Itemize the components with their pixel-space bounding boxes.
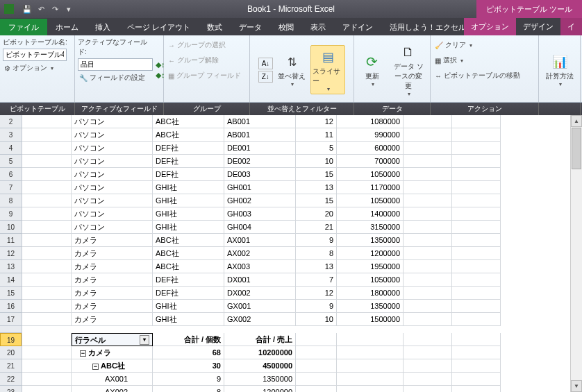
- cell[interactable]: [22, 234, 72, 247]
- select-button[interactable]: ▦選択▾: [433, 55, 522, 66]
- cell[interactable]: パソコン: [72, 181, 153, 194]
- group-selection-button[interactable]: →グループの選択: [167, 40, 242, 51]
- row-header-22[interactable]: 22: [0, 373, 22, 386]
- cell[interactable]: ABC社: [153, 260, 224, 273]
- change-source-button[interactable]: 🗋 データ ソースの変更▾: [390, 41, 427, 99]
- tab-page-layout[interactable]: ページ レイアウト: [119, 19, 199, 35]
- cell[interactable]: 13: [296, 181, 337, 194]
- cell[interactable]: カメラ: [72, 234, 153, 247]
- group-field-button[interactable]: ▦グループ フィールド: [167, 70, 242, 81]
- cell[interactable]: GH002: [224, 194, 296, 207]
- cell-grid[interactable]: パソコンABC社AB001121080000パソコンABC社AB00111990…: [22, 115, 501, 392]
- sort-desc-icon[interactable]: Z↓: [258, 71, 274, 83]
- cell[interactable]: [404, 247, 452, 260]
- cell[interactable]: 7: [296, 273, 337, 287]
- cell[interactable]: 12: [296, 287, 337, 300]
- cell[interactable]: ABC社: [153, 234, 224, 247]
- cell[interactable]: [22, 313, 72, 326]
- cell[interactable]: [404, 115, 452, 128]
- row-header-14[interactable]: 14: [0, 273, 22, 287]
- pivot-sales-header[interactable]: 合計 / 売上: [224, 333, 296, 346]
- cell[interactable]: パソコン: [72, 115, 153, 128]
- cell[interactable]: 15: [296, 194, 337, 207]
- cell[interactable]: 20: [296, 207, 337, 221]
- cell[interactable]: [452, 194, 501, 207]
- cell[interactable]: 5: [296, 142, 337, 155]
- pivot-options-button[interactable]: ⚙オプション▾: [3, 62, 67, 74]
- clear-button[interactable]: 🧹クリア▾: [433, 40, 522, 51]
- cell[interactable]: [404, 155, 452, 168]
- tab-addins[interactable]: アドイン: [334, 19, 381, 35]
- cell[interactable]: 1170000: [337, 181, 404, 194]
- cell[interactable]: DEF社: [153, 168, 224, 181]
- cell[interactable]: DEF社: [153, 155, 224, 168]
- cell[interactable]: パソコン: [72, 128, 153, 142]
- cell[interactable]: DEF社: [153, 287, 224, 300]
- tab-extra[interactable]: イ: [560, 18, 582, 35]
- cell[interactable]: 1200000: [337, 247, 404, 260]
- tab-promo[interactable]: 活用しよう！エクセル: [381, 19, 474, 35]
- cell[interactable]: GHI社: [153, 194, 224, 207]
- cell[interactable]: [22, 260, 72, 273]
- cell[interactable]: DE001: [224, 142, 296, 155]
- row-header-4[interactable]: 4: [0, 142, 22, 155]
- cell[interactable]: [22, 194, 72, 207]
- cell[interactable]: 1800000: [337, 287, 404, 300]
- row-header-3[interactable]: 3: [0, 128, 22, 142]
- cell[interactable]: [452, 300, 501, 313]
- cell[interactable]: 12: [296, 115, 337, 128]
- cell[interactable]: 11: [296, 128, 337, 142]
- cell[interactable]: [452, 142, 501, 155]
- pivot-row-label[interactable]: AX002: [72, 386, 153, 392]
- cell[interactable]: 15: [296, 168, 337, 181]
- cell[interactable]: GH003: [224, 207, 296, 221]
- cell[interactable]: 13: [296, 260, 337, 273]
- cell[interactable]: ABC社: [153, 247, 224, 260]
- cell[interactable]: [404, 273, 452, 287]
- cell[interactable]: [404, 260, 452, 273]
- cell[interactable]: GHI社: [153, 221, 224, 234]
- cell[interactable]: カメラ: [72, 300, 153, 313]
- pivot-row-label[interactable]: −カメラ: [72, 346, 153, 359]
- cell[interactable]: AX002: [224, 247, 296, 260]
- pivot-row-label[interactable]: AX001: [72, 373, 153, 386]
- cell[interactable]: GX001: [224, 300, 296, 313]
- row-header-11[interactable]: 11: [0, 234, 22, 247]
- cell[interactable]: [404, 234, 452, 247]
- row-header-9[interactable]: 9: [0, 207, 22, 221]
- sort-button[interactable]: ⇅ 並べ替え▾: [274, 51, 309, 89]
- cell[interactable]: パソコン: [72, 194, 153, 207]
- cell[interactable]: AB001: [224, 128, 296, 142]
- cell[interactable]: 9: [296, 300, 337, 313]
- row-header-2[interactable]: 2: [0, 115, 22, 128]
- cell[interactable]: [452, 207, 501, 221]
- expand-collapse-icon[interactable]: −: [80, 350, 86, 357]
- cell[interactable]: GHI社: [153, 181, 224, 194]
- ungroup-button[interactable]: ←グループ解除: [167, 55, 242, 66]
- cell[interactable]: 600000: [337, 142, 404, 155]
- cell[interactable]: 1350000: [337, 300, 404, 313]
- cell[interactable]: GX002: [224, 313, 296, 326]
- row-header-15[interactable]: 15: [0, 287, 22, 300]
- cell[interactable]: [404, 181, 452, 194]
- cell[interactable]: ABC社: [153, 115, 224, 128]
- cell[interactable]: [452, 287, 501, 300]
- tab-home[interactable]: ホーム: [47, 19, 87, 35]
- pivot-sales-cell[interactable]: 1350000: [224, 373, 296, 386]
- cell[interactable]: GH001: [224, 181, 296, 194]
- cell[interactable]: [404, 221, 452, 234]
- cell[interactable]: GHI社: [153, 207, 224, 221]
- cell[interactable]: AX001: [224, 234, 296, 247]
- cell[interactable]: [22, 168, 72, 181]
- cell[interactable]: [404, 207, 452, 221]
- cell[interactable]: DE002: [224, 155, 296, 168]
- worksheet[interactable]: 234567891011121314151617192021222324 パソコ…: [0, 115, 582, 392]
- cell[interactable]: [404, 142, 452, 155]
- cell[interactable]: AX003: [224, 260, 296, 273]
- pivot-sales-cell[interactable]: 1200000: [224, 386, 296, 392]
- row-header-8[interactable]: 8: [0, 194, 22, 207]
- refresh-button[interactable]: ⟳ 更新▾: [357, 51, 387, 89]
- cell[interactable]: [404, 168, 452, 181]
- cell[interactable]: 1350000: [337, 234, 404, 247]
- cell[interactable]: [22, 181, 72, 194]
